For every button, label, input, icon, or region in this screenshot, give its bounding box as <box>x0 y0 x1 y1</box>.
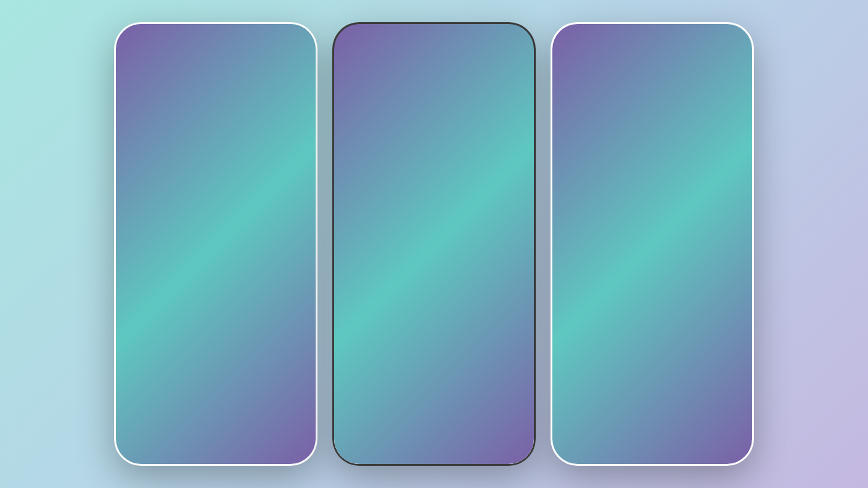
album-info-1: Spring break 2024 🔒 Created just now <box>380 341 501 362</box>
time-2: 9:41 <box>346 30 362 39</box>
chat-header-1: ‹ 👩 Tiffany Campbell Active now 📞 📹 <box>116 42 316 75</box>
photo-bg-8 <box>654 340 745 420</box>
sender-label-1: Jihoon 👨 that was worth the 4 hour hike … <box>342 156 526 194</box>
add-to-album-button[interactable]: Add to album <box>560 432 745 459</box>
album-subtitle-1: Created just now <box>380 353 501 362</box>
chat-input-bar-1: + 📷 🎮 🎤 Aa 😊 🙂 <box>116 267 316 298</box>
media-thumb-2[interactable] <box>183 319 249 374</box>
bubble-sent-1: Same. I'll send yousome faves soon... <box>226 81 308 113</box>
media-header-1: Recents ▾ HD <box>116 298 316 319</box>
album-name-3: New year's <box>380 431 501 442</box>
media-grid-1: 1 0:12 <box>116 319 316 431</box>
hd-badge: HD <box>293 304 308 314</box>
bubble-sent-2: I'll send it HD!!! Obsessed! 🤩 <box>187 167 308 188</box>
photo-item-7[interactable] <box>560 340 650 420</box>
bubble-purple-1: I can't get over that sunset view.... wh… <box>391 118 526 150</box>
photo-item-6[interactable] <box>654 254 745 334</box>
add-album-3-button[interactable]: + <box>508 433 525 450</box>
call-button-2[interactable]: 📞 <box>478 49 498 68</box>
media-thumb-4[interactable] <box>116 375 182 431</box>
time-3: 9:41 <box>565 30 581 39</box>
phone3: 9:41 ▌▌▌ ⊙ ▮▮▮ ✕ Spring break 2024 🔒 8 i… <box>551 22 754 466</box>
sender-name-barbara: Barbara <box>342 185 526 193</box>
message-row-4: I'll send it HD!!! Obsessed! 🤩 <box>123 167 308 188</box>
header-actions-2: 📞 📹 <box>478 49 526 68</box>
media-thumb-3[interactable] <box>250 319 316 374</box>
album-item-newyears[interactable]: New year's Updated 4 months ago + <box>334 419 534 464</box>
emoji-icon[interactable]: 😊 <box>274 275 289 290</box>
album-thumb-2 <box>343 381 372 411</box>
header-actions-1: 📞 📹 <box>260 49 308 68</box>
back-with-badge[interactable]: ‹ 2 <box>342 52 346 66</box>
photo-item-2[interactable] <box>654 82 745 162</box>
recents-label[interactable]: Recents ▾ <box>123 304 163 314</box>
camera-button[interactable]: 📷 <box>144 274 162 291</box>
album-meta-3: 8 items • Updated 2m ago <box>598 62 704 71</box>
more-options-button[interactable]: ⋯ <box>731 53 742 67</box>
photo-item-4[interactable] <box>654 168 745 248</box>
media-actions-1: Edit Send <box>116 431 316 464</box>
album-subtitle-2: Updated 2 weeks ago <box>380 398 501 407</box>
status-icons-2: ▌▌▌ ⊙ ▮▮▮ <box>487 31 522 39</box>
bubble-dark-1: already thinking of our next trip 🌴 let'… <box>360 81 496 113</box>
media-thumb-5[interactable] <box>183 375 249 431</box>
media-thumb-6[interactable] <box>250 375 316 431</box>
photo-item-1[interactable]: ▶ 0:08 <box>560 82 650 162</box>
album-thumb-3 <box>343 426 372 456</box>
bubble-sent-3: See you at school tomorrow ❤️ <box>182 192 308 213</box>
photo-item-5[interactable] <box>560 254 650 334</box>
photo-item-3[interactable]: ▶ 0:05 <box>560 168 650 248</box>
sheet-title: Add to album <box>334 261 534 279</box>
album-item-springbreak[interactable]: Spring break 2024 🔒 Created just now + <box>334 329 534 374</box>
album-title-area: Spring break 2024 🔒 8 items • Updated 2m… <box>598 48 704 71</box>
media-thumb-1[interactable]: 1 0:12 <box>116 319 182 374</box>
status-bar-1: 9:41 ▌▌▌ ⊙ ▮▮▮ <box>116 24 316 42</box>
album-list: Spring break 2024 🔒 Created just now + R… <box>334 329 534 464</box>
add-media-button[interactable]: + <box>122 274 139 291</box>
photo-duration-1: 0:08 <box>563 148 584 158</box>
album-info-2: Roadtrip! Updated 2 weeks ago <box>380 386 501 407</box>
album-photo-3 <box>435 279 478 322</box>
add-album-2-button[interactable]: + <box>508 388 525 405</box>
notif-badge: 2 <box>338 49 348 59</box>
select-badge-1: 1 <box>118 321 131 333</box>
group-avatar-2: 👥 <box>352 47 375 70</box>
balloon-decoration-3 <box>248 112 279 143</box>
message-row-2-2: I can't get over that sunset view.... wh… <box>342 118 526 150</box>
games-button[interactable]: 🎮 <box>166 274 184 291</box>
back-button-1[interactable]: ‹ <box>123 52 128 66</box>
close-button-3[interactable]: ✕ <box>562 53 571 67</box>
contact-name-1: Tiffany Campbell <box>163 50 254 60</box>
status-bar-2: 9:41 ▌▌▌ ⊙ ▮▮▮ <box>334 24 534 42</box>
play-button-3[interactable]: ▶ <box>596 198 615 218</box>
more-photos-badge: +3 <box>482 279 525 322</box>
message-row-5: See you at school tomorrow ❤️ <box>123 192 308 213</box>
chat-header-2: ‹ 2 👥 Roomies Active now 📞 📹 <box>334 42 534 75</box>
sticker-icon[interactable]: 🙂 <box>294 275 309 290</box>
mic-button[interactable]: 🎤 <box>189 274 206 291</box>
small-avatar-1: 👩 <box>123 148 138 163</box>
photos-grid-3: ▶ 0:08 ▶ 0:05 <box>552 77 752 427</box>
call-button-1[interactable]: 📞 <box>260 49 280 68</box>
reaction-1: ❤️ <box>511 144 522 156</box>
photo-item-8[interactable] <box>654 340 745 420</box>
photo-bg-4 <box>654 168 745 248</box>
status-icons-1: ▌▌▌ ⊙ ▮▮▮ <box>268 31 303 39</box>
album-photo-1 <box>342 279 385 322</box>
send-button[interactable]: Send <box>218 436 308 459</box>
play-button-1[interactable]: ▶ <box>596 112 615 132</box>
photo-bg-2 <box>654 82 745 162</box>
album-name-2: Roadtrip! <box>380 386 501 397</box>
album-item-roadtrip[interactable]: Roadtrip! Updated 2 weeks ago + <box>334 374 534 419</box>
edit-button[interactable]: Edit <box>123 436 213 459</box>
chat-messages-2: 👤 already thinking of our next trip 🌴 le… <box>334 75 534 248</box>
message-row-2-1: 👤 already thinking of our next trip 🌴 le… <box>342 81 526 113</box>
video-button-2[interactable]: 📹 <box>507 49 526 68</box>
dropdown-icon: ▾ <box>159 304 163 314</box>
message-input-1[interactable]: Aa <box>211 272 269 293</box>
video-button-1[interactable]: 📹 <box>289 49 308 68</box>
add-album-1-button[interactable]: + <box>508 343 525 360</box>
small-avatar-2: 👤 <box>342 99 356 113</box>
status-bar-3: 9:41 ▌▌▌ ⊙ ▮▮▮ <box>552 24 752 42</box>
group-info-2: Roomies Active now <box>382 50 472 68</box>
